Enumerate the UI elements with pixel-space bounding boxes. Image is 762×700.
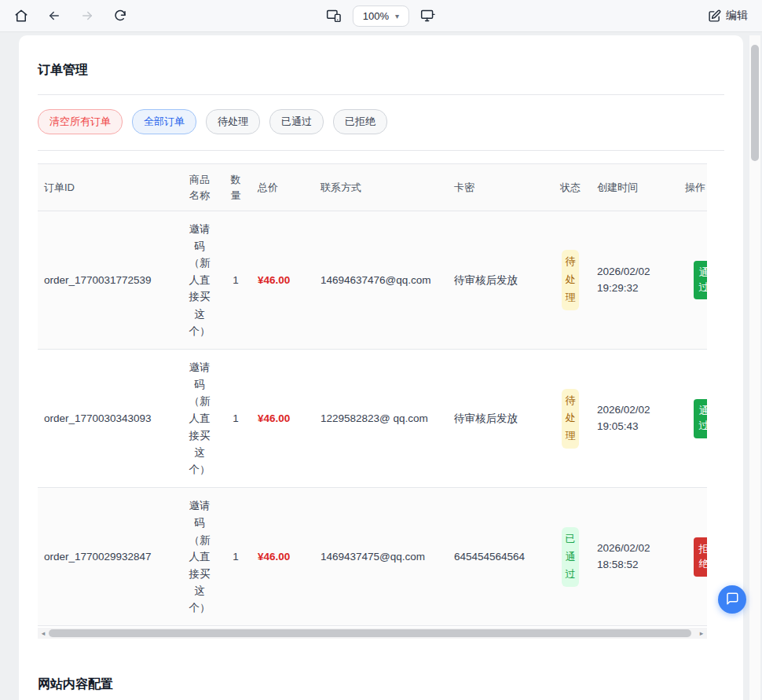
back-icon[interactable] [47, 9, 61, 23]
zoom-value: 100% [363, 10, 389, 22]
col-header-quantity: 数量 [220, 164, 251, 211]
order-management-section: 订单管理 清空所有订单 全部订单 待处理 已通过 已拒绝 [38, 62, 724, 639]
table-row: order_1770029932847 邀请码（新人直接买这个） 1 ¥46.0… [38, 488, 707, 626]
col-header-contact: 联系方式 [314, 164, 448, 211]
filter-pending[interactable]: 待处理 [206, 109, 260, 134]
col-header-price: 总价 [251, 164, 314, 211]
table-row: order_1770030343093 邀请码（新人直接买这个） 1 ¥46.0… [38, 350, 707, 488]
order-section-title: 订单管理 [38, 62, 724, 79]
col-header-actions: 操作 [679, 164, 707, 211]
chat-bubble-icon [725, 592, 739, 608]
forward-icon[interactable] [80, 9, 94, 23]
quantity: 1 [220, 350, 251, 488]
col-header-order-id: 订单ID [38, 164, 179, 211]
col-header-created: 创建时间 [591, 164, 679, 211]
chat-fab-button[interactable] [718, 585, 746, 614]
orders-table-viewport: 订单ID 商品名称 数量 总价 联系方式 卡密 状态 创建时间 操作 [38, 163, 707, 626]
order-id: order_1770029932847 [38, 488, 179, 626]
approve-button[interactable]: 通过 [694, 399, 708, 438]
contact: 1229582823@ qq.com [314, 350, 448, 488]
edit-button[interactable]: 编辑 [708, 9, 748, 23]
desktop-preview-icon[interactable] [420, 9, 436, 23]
horizontal-scrollbar[interactable]: ◂ ▸ [38, 628, 707, 639]
status-badge: 待处理 [562, 250, 579, 310]
quantity: 1 [220, 211, 251, 350]
order-id: order_1770030343093 [38, 350, 179, 488]
filter-rejected[interactable]: 已拒绝 [333, 109, 387, 134]
horizontal-scrollbar-thumb[interactable] [49, 629, 691, 637]
order-id: order_1770031772539 [38, 211, 179, 350]
chevron-down-icon: ▾ [395, 12, 399, 20]
approve-button[interactable]: 通过 [694, 261, 708, 300]
orders-table: 订单ID 商品名称 数量 总价 联系方式 卡密 状态 创建时间 操作 [38, 163, 707, 626]
card-secret: 待审核后发放 [448, 350, 550, 488]
created-time: 2026/02/02 19:05:43 [591, 350, 679, 488]
status-badge: 待处理 [562, 389, 579, 449]
refresh-icon[interactable] [113, 9, 127, 23]
created-time: 2026/02/02 19:29:32 [591, 211, 679, 350]
filter-all-orders[interactable]: 全部订单 [132, 109, 196, 134]
scroll-left-arrow-icon[interactable]: ◂ [38, 628, 49, 639]
product-name: 邀请码（新人直接买这个） [179, 488, 220, 626]
mobile-preview-icon[interactable] [326, 9, 342, 23]
edit-pencil-icon [708, 9, 721, 23]
contact: 14694637476@qq.com [314, 211, 448, 350]
card-secret: 645454564564 [448, 488, 550, 626]
product-name: 邀请码（新人直接买这个） [179, 350, 220, 488]
vertical-scrollbar-thumb[interactable] [751, 45, 759, 161]
table-row: order_1770031772539 邀请码（新人直接买这个） 1 ¥46.0… [38, 211, 707, 350]
col-header-card: 卡密 [448, 164, 550, 211]
reject-button[interactable]: 拒绝 [694, 537, 708, 577]
edit-label: 编辑 [726, 9, 748, 23]
created-time: 2026/02/02 18:58:52 [591, 488, 679, 626]
clear-all-orders-button[interactable]: 清空所有订单 [38, 109, 123, 134]
total-price: ¥46.00 [258, 551, 290, 563]
card-secret: 待审核后发放 [448, 211, 550, 350]
divider [38, 94, 724, 95]
filter-approved[interactable]: 已通过 [269, 109, 324, 134]
total-price: ¥46.00 [258, 274, 290, 286]
total-price: ¥46.00 [258, 412, 290, 424]
divider [38, 150, 724, 151]
site-config-title: 网站内容配置 [38, 676, 724, 693]
vertical-scrollbar[interactable] [749, 35, 760, 700]
scroll-right-arrow-icon[interactable]: ▸ [696, 628, 707, 639]
col-header-product: 商品名称 [179, 164, 220, 211]
page: 订单管理 清空所有订单 全部订单 待处理 已通过 已拒绝 [0, 32, 762, 700]
home-icon[interactable] [14, 9, 28, 23]
contact: 1469437475@qq.com [314, 488, 448, 626]
content-card: 订单管理 清空所有订单 全部订单 待处理 已通过 已拒绝 [19, 35, 743, 700]
order-filters: 清空所有订单 全部订单 待处理 已通过 已拒绝 [38, 109, 724, 134]
status-badge: 已通过 [562, 527, 579, 587]
top-toolbar: 100% ▾ 编辑 [0, 0, 762, 32]
site-config-section: 网站内容配置 价格配置 文本内容配置 [38, 676, 724, 700]
table-header-row: 订单ID 商品名称 数量 总价 联系方式 卡密 状态 创建时间 操作 [38, 164, 707, 211]
col-header-status: 状态 [550, 164, 591, 211]
product-name: 邀请码（新人直接买这个） [179, 211, 220, 350]
quantity: 1 [220, 488, 251, 626]
zoom-select[interactable]: 100% ▾ [353, 5, 409, 27]
